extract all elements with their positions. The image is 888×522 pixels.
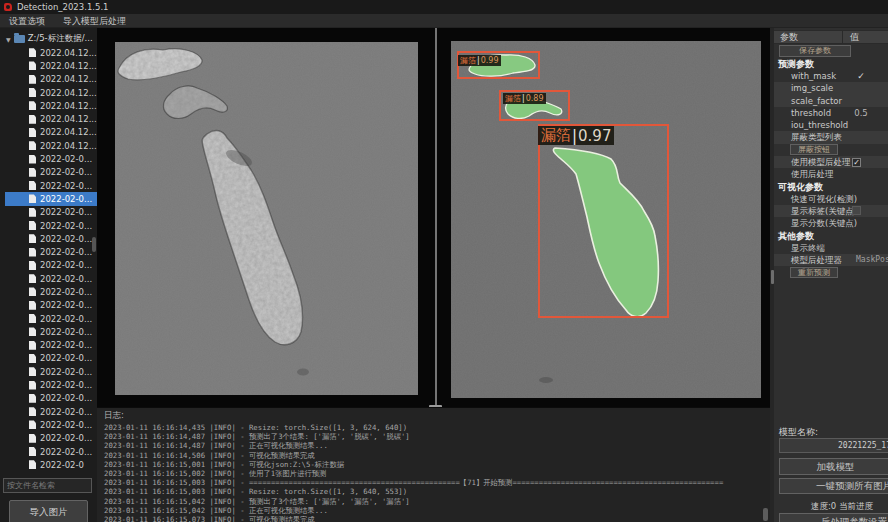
main-area: 漏箔|0.99 漏箔|0.89 漏箔|0.97 日志: 2023-01-11 1…: [97, 28, 770, 522]
tree-item[interactable]: 2022-02-0...: [5, 432, 97, 445]
param-row: 显示终端: [774, 242, 888, 254]
file-icon: [29, 248, 36, 257]
detection-label: 漏箔|0.97: [538, 126, 614, 145]
param-name: 模型后处理器: [791, 255, 842, 265]
param-value[interactable]: MaskPostPro: [856, 254, 888, 266]
file-icon: [29, 208, 36, 217]
original-image-viewer[interactable]: [115, 42, 418, 395]
tree-item[interactable]: 2022-02-0...: [5, 365, 97, 378]
tree-item[interactable]: 2022.04.12...: [5, 59, 97, 72]
tree-item[interactable]: 2022-02-0...: [5, 339, 97, 352]
tree-item[interactable]: 2022-02-0...: [5, 179, 97, 192]
param-value[interactable]: 0.5: [848, 107, 874, 119]
log-line: 2023-01-11 16:16:14,435 |INFO| - Resize:…: [104, 423, 760, 432]
file-icon: [29, 460, 36, 469]
param-row: 重新预测: [774, 266, 888, 278]
menu-item-1[interactable]: 导入模型后处理: [54, 14, 135, 27]
tree-item-label: 2022-02-0...: [40, 314, 92, 324]
file-icon: [29, 314, 36, 323]
tree-item-label: 2022-02-0...: [40, 433, 92, 443]
tree-item[interactable]: 2022.04.12...: [5, 112, 97, 125]
tree-item-label: 2022-02-0...: [40, 420, 92, 430]
param-name: 使用后处理: [791, 169, 834, 179]
param-checkbox[interactable]: [852, 206, 861, 215]
param-name: threshold: [791, 108, 831, 118]
tree-item-label: 2022-02-0...: [40, 327, 92, 337]
tree-item-label: 2022.04.12...: [40, 61, 97, 71]
tree-item[interactable]: 2022-02-0...: [5, 259, 97, 272]
file-icon: [29, 394, 36, 403]
file-icon: [29, 367, 36, 376]
tree-item[interactable]: 2022-02-0...: [5, 245, 97, 258]
viewer-splitter[interactable]: [435, 28, 437, 407]
title-bar: Detection_2023.1.5.1: [0, 0, 888, 14]
tree-item[interactable]: 2022.04.12...: [5, 73, 97, 86]
params-table-header: 参数 值: [774, 30, 888, 44]
file-icon: [29, 128, 36, 137]
tree-item-label: 2022-02-0...: [40, 247, 92, 257]
params-rows: 预测参数with_mask✓img_scalescale_factorthres…: [774, 58, 888, 278]
detection-bbox: [538, 124, 669, 318]
tree-item[interactable]: 2022-02-0...: [5, 325, 97, 338]
tree-item[interactable]: 2022-02-0...: [5, 418, 97, 431]
search-input[interactable]: [3, 478, 92, 493]
model-name-field[interactable]: 20221225_174813: [779, 438, 888, 453]
tree-item[interactable]: 2022.04.12...: [5, 86, 97, 99]
tree-item-label: 2022.04.12...: [40, 141, 97, 151]
tree-item-label: 2022-02-0...: [40, 340, 92, 350]
param-row: iou_threshold: [774, 119, 888, 131]
tree-item[interactable]: 2022-02-0...: [5, 445, 97, 458]
tree-item[interactable]: 2022.04.12...: [5, 126, 97, 139]
tree-item[interactable]: 2022-02-0...: [5, 192, 97, 205]
param-checkbox[interactable]: ✓: [852, 158, 861, 167]
prediction-image-viewer[interactable]: 漏箔|0.99 漏箔|0.89 漏箔|0.97: [451, 41, 761, 398]
tree-item[interactable]: 2022.04.12...: [5, 99, 97, 112]
file-tree: ▼ Z:/5-标注数据/... 2022.04.12...2022.04.12.…: [0, 32, 97, 472]
load-model-button[interactable]: 加载模型: [779, 458, 888, 475]
param-action-button[interactable]: 屏蔽按钮: [790, 144, 838, 155]
param-row: scale_factor: [774, 95, 888, 107]
log-lines[interactable]: 2023-01-11 16:16:14,435 |INFO| - Resize:…: [104, 423, 760, 522]
expand-arrow-icon[interactable]: ▼: [6, 35, 11, 42]
log-scrollbar-thumb[interactable]: [763, 508, 768, 521]
log-line: 2023-01-11 16:16:14,487 |INFO| - 正在可视化预测…: [104, 441, 760, 450]
tree-item[interactable]: 2022-02-0...: [5, 405, 97, 418]
tree-item[interactable]: 2022-02-0...: [5, 299, 97, 312]
file-icon: [29, 155, 36, 164]
tree-item[interactable]: 2022-02-0...: [5, 352, 97, 365]
log-line: 2023-01-11 16:16:14,487 |INFO| - 预测出了3个结…: [104, 432, 760, 441]
file-icon: [29, 274, 36, 283]
file-icon: [29, 181, 36, 190]
tree-item[interactable]: 2022-02-0...: [5, 272, 97, 285]
tree-item[interactable]: 2022-02-0...: [5, 312, 97, 325]
tree-item[interactable]: 2022.04.12...: [5, 139, 97, 152]
tree-root-folder[interactable]: ▼ Z:/5-标注数据/...: [0, 32, 97, 46]
detection-label: 漏箔|0.89: [503, 93, 546, 104]
postprocess-settings-button[interactable]: 后处理参数设置: [779, 513, 888, 522]
app-logo-icon: [4, 3, 12, 11]
file-icon: [29, 141, 36, 150]
detection-score: 0.99: [481, 56, 499, 65]
log-panel: 日志: 2023-01-11 16:16:14,435 |INFO| - Res…: [97, 407, 770, 522]
file-icon: [29, 88, 36, 97]
tree-item[interactable]: 2022.04.12...: [5, 46, 97, 59]
tree-item[interactable]: 2022-02-0...: [5, 232, 97, 245]
menu-item-0[interactable]: 设置选项: [0, 14, 54, 27]
tree-item[interactable]: 2022-02-0...: [5, 392, 97, 405]
import-images-button[interactable]: 导入图片: [9, 500, 88, 522]
param-section-title: 可视化参数: [774, 181, 888, 193]
tree-item[interactable]: 2022-02-0...: [5, 285, 97, 298]
tree-item[interactable]: 2022-02-0...: [5, 166, 97, 179]
file-icon: [29, 287, 36, 296]
tree-item[interactable]: 2022-02-0...: [5, 378, 97, 391]
param-action-button[interactable]: 重新预测: [790, 267, 838, 278]
tree-item[interactable]: 2022-02-0...: [5, 152, 97, 165]
tree-item-label: 2022-02-0...: [40, 260, 92, 270]
tree-item-label: 2022.04.12...: [40, 88, 97, 98]
predict-all-button[interactable]: 一键预测所有图片: [779, 478, 888, 494]
tree-scrollbar-thumb[interactable]: [92, 237, 96, 252]
tree-item[interactable]: 2022-02-0: [5, 458, 97, 471]
save-params-button[interactable]: 保存参数: [779, 45, 851, 57]
tree-item[interactable]: 2022-02-0...: [5, 206, 97, 219]
tree-item[interactable]: 2022-02-0...: [5, 219, 97, 232]
